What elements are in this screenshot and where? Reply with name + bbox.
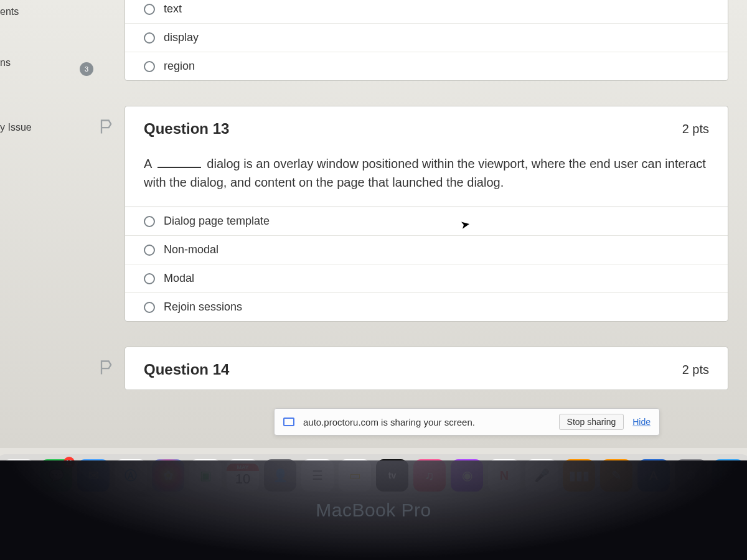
- radio-icon: [144, 4, 155, 15]
- radio-icon: [144, 273, 155, 284]
- question-card-14: Question 14 2 pts: [125, 347, 728, 390]
- radio-icon: [144, 61, 155, 72]
- question-points: 2 pts: [682, 363, 709, 377]
- hide-link[interactable]: Hide: [632, 417, 651, 427]
- question-title: Question 13: [144, 120, 229, 138]
- option-row[interactable]: text: [125, 0, 728, 23]
- flag-icon[interactable]: [96, 118, 115, 136]
- question-card-13: Question 13 2 pts A dialog is an overlay…: [125, 106, 728, 322]
- flag-icon[interactable]: [96, 358, 115, 377]
- option-label: Dialog page template: [164, 215, 270, 228]
- question-body: A dialog is an overlay window positioned…: [125, 149, 728, 207]
- radio-icon: [144, 302, 155, 313]
- device-label: MacBook Pro: [316, 500, 431, 521]
- stop-sharing-button[interactable]: Stop sharing: [559, 414, 624, 430]
- sidebar: ents 3 ns y Issue: [0, 0, 81, 138]
- sidebar-item-label: y Issue: [0, 122, 32, 133]
- screen-share-icon: [283, 418, 294, 426]
- sidebar-item-label: ns: [0, 57, 11, 68]
- option-label: display: [164, 31, 199, 44]
- screen-share-toast: auto.proctoru.com is sharing your screen…: [274, 408, 660, 436]
- question-title: Question 14: [144, 361, 229, 378]
- option-row[interactable]: Modal: [125, 264, 728, 292]
- option-row[interactable]: Dialog page template: [125, 207, 728, 235]
- option-row[interactable]: region: [125, 52, 728, 80]
- sidebar-item[interactable]: ents: [0, 1, 81, 22]
- sidebar-item[interactable]: y Issue: [0, 117, 81, 138]
- sidebar-badge: 3: [80, 62, 93, 76]
- radio-icon: [144, 216, 155, 227]
- radio-icon: [144, 245, 155, 256]
- keyboard-area: MacBook Pro: [0, 460, 747, 560]
- option-label: Rejoin sessions: [164, 301, 242, 314]
- question-points: 2 pts: [682, 122, 709, 136]
- question-card-prev: text display region: [125, 0, 728, 81]
- radio-icon: [144, 32, 155, 44]
- screen-share-message: auto.proctoru.com is sharing your screen…: [303, 417, 550, 427]
- option-row[interactable]: Non-modal: [125, 235, 728, 264]
- option-row[interactable]: display: [125, 23, 728, 52]
- option-row[interactable]: Rejoin sessions: [125, 292, 728, 321]
- sidebar-item-label: ents: [0, 6, 19, 17]
- sidebar-item[interactable]: ns: [0, 52, 81, 73]
- option-label: Non-modal: [164, 243, 218, 256]
- blank-fill: [157, 167, 201, 168]
- option-label: region: [164, 60, 195, 73]
- option-label: Modal: [164, 272, 194, 285]
- option-label: text: [164, 2, 182, 16]
